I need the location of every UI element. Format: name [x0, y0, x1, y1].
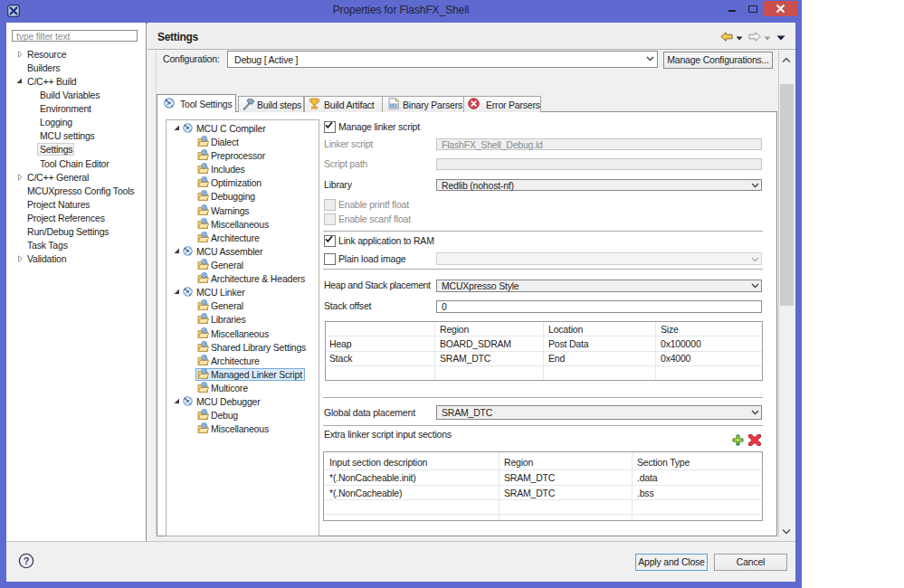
svg-text:?: ? — [24, 555, 30, 566]
svg-text:010: 010 — [391, 103, 398, 108]
